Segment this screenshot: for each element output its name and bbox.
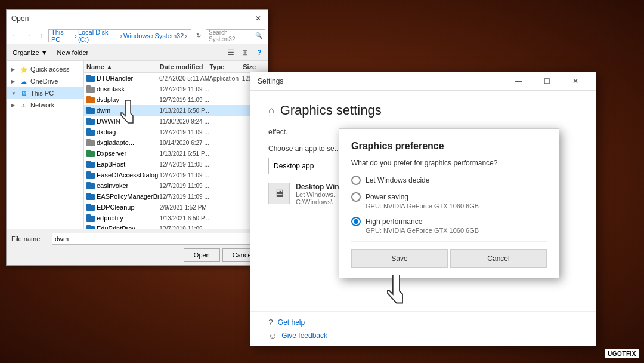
refresh-btn[interactable]: ↻ — [193, 30, 205, 42]
filename-input[interactable] — [52, 233, 263, 245]
radio-power-saving[interactable] — [351, 192, 361, 202]
forward-btn[interactable]: → — [22, 30, 34, 42]
svg-rect-7 — [86, 107, 91, 109]
file-icon — [86, 128, 95, 136]
open-btn[interactable]: Open — [184, 248, 220, 262]
col-header-name[interactable]: Name ▲ — [84, 63, 160, 70]
radio-row-2: Power saving — [351, 192, 547, 202]
table-row[interactable]: EDPCleanup 2/9/2021 1:52 PM — [84, 202, 268, 213]
svg-rect-13 — [86, 139, 91, 141]
modal-save-btn[interactable]: Save — [351, 249, 448, 268]
radio-label-1: Let Windows decide — [366, 176, 429, 184]
file-list-area: Name ▲ Date modified Type Size DTUHandle… — [84, 61, 268, 229]
col-header-date[interactable]: Date modified — [160, 63, 210, 70]
view-btn-list[interactable]: ☰ — [225, 47, 237, 59]
file-name: Dxpserver — [97, 150, 126, 157]
get-help-link[interactable]: ? Get help — [268, 318, 578, 327]
table-row[interactable]: edpnotify 1/13/2021 6:50 P... — [84, 213, 268, 223]
new-folder-btn[interactable]: New folder — [54, 46, 92, 59]
file-name: dwm — [97, 107, 110, 114]
dialog-action-buttons: Open Cancel — [11, 248, 263, 262]
file-list-header: Name ▲ Date modified Type Size — [84, 61, 268, 73]
open-dialog-titlebar: Open ✕ — [7, 10, 268, 27]
file-icon — [86, 107, 95, 114]
this-pc-icon: 🖥 — [20, 89, 28, 97]
col-header-size[interactable]: Size — [243, 63, 268, 70]
svg-rect-9 — [86, 118, 91, 120]
file-name: DTUHandler — [97, 75, 133, 82]
settings-page-header: ⌂ Graphics settings — [268, 103, 578, 118]
nav-network[interactable]: ▶ 🖧 Network — [7, 99, 83, 111]
give-feedback-label: Give feedback — [281, 331, 327, 340]
search-box[interactable]: Search System32 🔍 — [206, 29, 265, 42]
settings-close-btn[interactable]: ✕ — [562, 72, 589, 91]
nav-quick-access-label: Quick access — [30, 66, 69, 73]
table-row[interactable]: dxdiag 12/7/2019 11:09 ... — [84, 127, 268, 137]
file-date: 12/7/2019 11:09 ... — [159, 86, 209, 93]
path-localdisk[interactable]: Local Disk (C:) — [78, 29, 119, 43]
nav-onedrive[interactable]: ▶ ☁ OneDrive — [7, 75, 83, 87]
radio-row-1: Let Windows decide — [351, 176, 547, 185]
file-date: 2/9/2021 1:52 PM — [160, 204, 209, 211]
home-icon[interactable]: ⌂ — [268, 105, 274, 116]
file-date: 12/7/2019 11:08 ... — [159, 161, 209, 168]
table-row[interactable]: Dxpserver 1/13/2021 6:51 P... — [84, 148, 268, 159]
table-row[interactable]: dxgiadapte... 10/14/2020 6:27 ... — [84, 137, 268, 148]
table-row[interactable]: DWWIN 11/30/2020 9:24 ... — [84, 116, 268, 127]
up-btn[interactable]: ↑ — [35, 30, 47, 42]
app-thumb-icon: 🖥 — [274, 187, 284, 200]
table-row[interactable]: DTUHandler 6/27/2020 5:11 AM Application… — [84, 73, 268, 84]
path-system32[interactable]: System32 — [154, 32, 184, 39]
dialog-content-area: ▶ ⭐ Quick access ▶ ☁ OneDrive ▼ 🖥 This P… — [7, 61, 268, 229]
table-row[interactable]: dwm 1/13/2021 6:50 P... — [84, 105, 268, 116]
radio-label-2: Power saving — [366, 193, 408, 201]
help-btn[interactable]: ? — [253, 47, 265, 59]
radio-label-3: High performance — [366, 217, 422, 226]
svg-rect-27 — [86, 214, 91, 217]
nav-this-pc[interactable]: ▼ 🖥 This PC — [7, 87, 83, 99]
table-row[interactable]: EASPolicyManagerBrokerHost 12/7/2019 11:… — [84, 191, 268, 202]
nav-onedrive-label: OneDrive — [30, 78, 58, 85]
path-thispc[interactable]: This PC — [51, 29, 73, 43]
table-row[interactable]: EaseOfAccessDialog 12/7/2019 11:09 ... — [84, 170, 268, 180]
open-dialog-close-btn[interactable]: ✕ — [253, 14, 263, 23]
file-name: dvdplay — [97, 96, 119, 103]
modal-cancel-btn[interactable]: Cancel — [450, 249, 547, 268]
give-feedback-link[interactable]: ☺ Give feedback — [268, 331, 578, 340]
address-bar: ← → ↑ This PC › Local Disk (C:) › Window… — [7, 27, 268, 44]
table-row[interactable]: dvdplay 12/7/2019 11:09 ... — [84, 94, 268, 105]
table-row[interactable]: EduPrintProv 12/7/2019 11:09 ... — [84, 223, 268, 229]
address-path[interactable]: This PC › Local Disk (C:) › Windows › Sy… — [48, 29, 191, 42]
radio-option-1: Let Windows decide — [351, 176, 547, 185]
view-btn-icons[interactable]: ⊞ — [239, 47, 251, 59]
organize-btn[interactable]: Organize ▼ — [9, 46, 51, 59]
radio-high-performance[interactable] — [351, 217, 361, 226]
file-date: 1/13/2021 6:50 P... — [159, 215, 209, 222]
settings-maximize-btn[interactable]: ☐ — [533, 72, 561, 91]
file-date: 1/13/2021 6:50 P... — [159, 107, 209, 114]
radio-let-windows[interactable] — [351, 176, 361, 185]
watermark: UGOTFIX — [605, 349, 639, 358]
file-icon — [86, 214, 95, 222]
settings-window-title: Settings — [258, 77, 504, 85]
back-btn[interactable]: ← — [9, 30, 21, 42]
radio-sub-2: GPU: NVIDIA GeForce GTX 1060 6GB — [366, 202, 547, 210]
nav-network-label: Network — [30, 101, 54, 109]
svg-rect-23 — [86, 193, 91, 195]
file-icon — [86, 204, 95, 211]
nav-quick-access[interactable]: ▶ ⭐ Quick access — [7, 63, 83, 75]
settings-minimize-btn[interactable]: — — [504, 72, 532, 91]
col-header-type[interactable]: Type — [209, 63, 243, 70]
file-icon — [86, 75, 95, 82]
onedrive-icon: ☁ — [20, 77, 28, 85]
file-name: dxdiag — [97, 128, 116, 136]
file-dialog-toolbar: Organize ▼ New folder ☰ ⊞ ? — [7, 44, 268, 61]
path-windows[interactable]: Windows — [123, 32, 150, 39]
network-icon: 🖧 — [20, 101, 28, 109]
table-row[interactable]: dusmtask 12/7/2019 11:09 ... — [84, 84, 268, 94]
table-row[interactable]: Eap3Host 12/7/2019 11:08 ... — [84, 159, 268, 170]
file-icon — [86, 118, 95, 125]
file-list: DTUHandler 6/27/2020 5:11 AM Application… — [84, 73, 268, 229]
search-placeholder: Search System32 — [209, 29, 255, 42]
table-row[interactable]: easinvoker 12/7/2019 11:09 ... — [84, 180, 268, 191]
